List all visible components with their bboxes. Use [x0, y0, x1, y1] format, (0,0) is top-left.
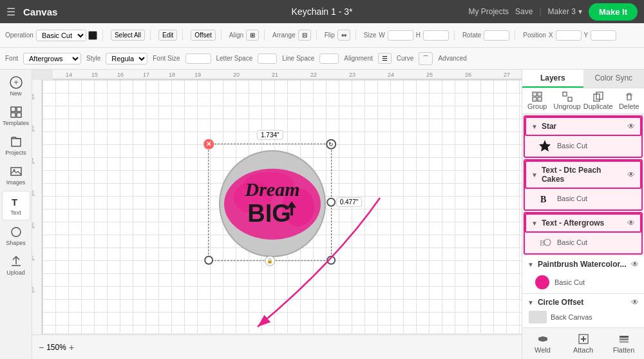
group-button[interactable]: Group [522, 88, 552, 113]
zoom-out-button[interactable]: − [39, 342, 44, 353]
offset-button[interactable]: Offset [191, 30, 216, 41]
scale-handle-bl[interactable] [204, 255, 213, 264]
delete-icon [624, 92, 634, 102]
svg-rect-42 [533, 92, 536, 96]
weld-button[interactable]: Weld [522, 328, 563, 359]
svg-rect-63 [620, 338, 629, 340]
svg-text:24: 24 [388, 72, 394, 78]
ungroup-button[interactable]: Ungroup [552, 88, 582, 113]
align-button[interactable]: ⊞ [246, 30, 259, 41]
layer-header-star[interactable]: ▼ Star 👁 [525, 117, 641, 136]
layer-sub-text-dtc[interactable]: B Basic Cut [525, 189, 641, 209]
my-projects-link[interactable]: My Projects [468, 7, 509, 16]
shapes-icon [10, 226, 23, 238]
layer-arrow-circle-offset: ▼ [527, 299, 534, 306]
panel-tabs: Layers Color Sync [522, 70, 644, 88]
text-aftergrows-thumb-icon: B [538, 235, 552, 249]
app-title: Canvas [23, 6, 57, 17]
arrange-button[interactable]: ⊟ [298, 30, 311, 41]
layer-arrow-star: ▼ [531, 123, 538, 130]
zoom-in-button[interactable]: + [69, 342, 74, 353]
color-swatch[interactable] [88, 31, 97, 40]
hamburger-icon[interactable]: ☰ [6, 6, 15, 18]
layer-sub-name-star: Basic Cut [557, 142, 636, 150]
layer-eye-star[interactable]: 👁 [627, 122, 635, 131]
sidebar-label-new: New [10, 90, 21, 97]
attach-button[interactable]: Attach [563, 328, 603, 359]
zoom-control: − 150% + [39, 342, 74, 353]
sidebar-item-text[interactable]: T Text [2, 191, 30, 220]
sidebar-item-new[interactable]: + New [2, 72, 30, 101]
edit-group: Edit [158, 30, 183, 41]
operation-group: Operation Basic Cut [5, 30, 103, 41]
layer-header-paintbrush[interactable]: ▼ Paintbrush Watercolor... 👁 [522, 256, 644, 273]
svg-rect-6 [11, 168, 21, 175]
rotate-handle[interactable]: ↻ [326, 139, 336, 149]
sidebar-item-projects[interactable]: Projects [2, 131, 30, 160]
sidebar-item-images[interactable]: Images [2, 161, 30, 189]
layer-sub-star[interactable]: Basic Cut [525, 136, 641, 157]
position-group: Position X 7.195 Y 2.786 [523, 30, 621, 41]
canvas-inner[interactable]: Dream BIG ✕ ↻ [43, 80, 522, 333]
layer-thumb-paintbrush [535, 275, 549, 289]
flip-button[interactable]: ⇔ [337, 30, 350, 41]
rotate-group: Rotate 357.78 [462, 30, 515, 41]
layer-eye-paintbrush[interactable]: 👁 [631, 260, 639, 269]
layer-sub-text-aftergrows[interactable]: B Basic Cut [525, 233, 641, 253]
layer-eye-text-aftergrows[interactable]: 👁 [627, 218, 635, 228]
duplicate-icon [593, 92, 603, 102]
style-select[interactable]: Regular [106, 53, 147, 64]
delete-button[interactable]: Delete [614, 88, 644, 113]
layer-header-text-aftergrows[interactable]: ▼ Text - Aftergrows 👁 [525, 213, 641, 233]
layer-eye-text-dtc[interactable]: 👁 [627, 170, 635, 179]
close-handle[interactable]: ✕ [204, 139, 214, 149]
save-button[interactable]: Save [515, 7, 533, 16]
svg-rect-4 [11, 113, 15, 117]
sidebar-label-templates: Templates [3, 120, 29, 126]
size-h-input[interactable]: 0.477 [423, 30, 449, 41]
tab-color-sync[interactable]: Color Sync [583, 70, 645, 88]
rotate-input[interactable]: 357.78 [484, 30, 509, 41]
flatten-button[interactable]: Flatten [603, 328, 644, 359]
svg-point-55 [536, 278, 548, 287]
alignment-button[interactable]: ☰ [378, 53, 392, 64]
font-select[interactable]: Aftergrows [23, 53, 81, 64]
bottom-bar: − 150% + [32, 335, 522, 359]
layer-sub-name-paintbrush: Basic Cut [554, 278, 639, 286]
height-label: 0.477" [336, 197, 363, 207]
size-w-input[interactable]: 1.734 [388, 30, 413, 41]
sidebar-item-shapes[interactable]: Shapes [2, 222, 30, 250]
svg-text:p3: p3 [32, 126, 35, 131]
font-size-input[interactable]: 38.4 [185, 53, 211, 64]
duplicate-button[interactable]: Duplicate [582, 88, 614, 113]
letter-space-input[interactable]: 0 [258, 53, 277, 64]
sidebar-item-upload[interactable]: Upload [2, 251, 30, 280]
scale-handle-mr[interactable] [327, 197, 336, 206]
right-panel: Layers Color Sync Group Ungroup Duplicat… [522, 70, 644, 359]
layer-header-text-dtc[interactable]: ▼ Text - Dtc Peach Cakes 👁 [525, 160, 641, 189]
pos-y-input[interactable]: 2.786 [591, 30, 616, 41]
machine-selector[interactable]: Maker 3 ▾ [548, 7, 582, 16]
layer-sub-paintbrush[interactable]: Basic Cut [522, 273, 644, 293]
line-space-input[interactable]: 1 [319, 53, 339, 64]
design-text[interactable]: Dream BIG [221, 160, 324, 246]
select-all-button[interactable]: Select All [111, 30, 145, 41]
weld-icon [537, 333, 549, 345]
pos-x-input[interactable]: 7.195 [556, 30, 582, 41]
layer-eye-circle-offset[interactable]: 👁 [631, 298, 639, 307]
curve-button[interactable]: ⌒ [419, 52, 433, 65]
grid-canvas[interactable]: Dream BIG ✕ ↻ [43, 80, 522, 333]
make-it-button[interactable]: Make It [589, 3, 638, 21]
sidebar-item-templates[interactable]: Templates [2, 102, 30, 130]
operation-select[interactable]: Basic Cut [36, 30, 86, 41]
panel-bottom-actions: Weld Attach Flatten [522, 327, 644, 359]
flatten-label: Flatten [613, 346, 635, 354]
svg-point-60 [539, 336, 547, 342]
svg-text:23: 23 [349, 72, 355, 78]
svg-text:p4: p4 [32, 158, 35, 164]
scale-handle-br[interactable] [327, 255, 336, 264]
edit-button[interactable]: Edit [158, 30, 177, 41]
tab-layers[interactable]: Layers [522, 70, 583, 88]
svg-rect-62 [620, 336, 629, 338]
layer-header-circle-offset[interactable]: ▼ Circle Offset 👁 [522, 294, 644, 307]
